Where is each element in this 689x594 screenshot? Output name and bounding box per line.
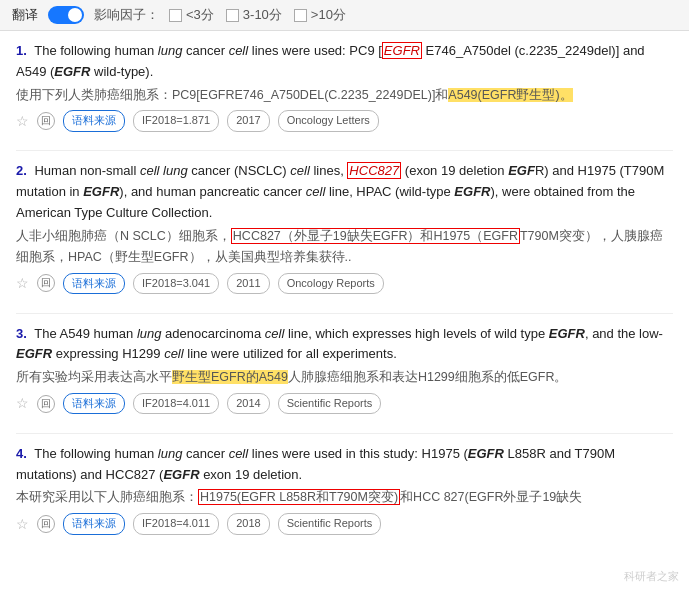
r4-source-badge[interactable]: 语料来源 (63, 513, 125, 535)
r4-round-icon[interactable]: 回 (37, 515, 55, 533)
result-4-zh: 本研究采用以下人肺癌细胞系：H1975(EGFR L858R和T790M突变)和… (16, 487, 673, 508)
r4-zh1: 本研究采用以下人肺癌细胞系： (16, 490, 198, 504)
watermark: 科研者之家 (624, 569, 679, 584)
r3-t4: , and the low- (585, 326, 663, 341)
r3-t5: expressing H1299 (52, 346, 164, 361)
r3-year-badge: 2014 (227, 393, 269, 415)
r4-t5: exon 19 deletion. (200, 467, 303, 482)
r3-if-badge: IF2018=4.011 (133, 393, 219, 415)
r4-egfr1: EGFR (468, 446, 504, 461)
translate-toggle[interactable] (48, 6, 84, 24)
filter-lt3[interactable]: <3分 (169, 6, 214, 24)
result-1-zh: 使用下列人类肺癌细胞系：PC9[EGFRE746_A750DEL(C.2235_… (16, 85, 673, 106)
r1-t5: wild-type). (90, 64, 153, 79)
r3-cell: cell (265, 326, 285, 341)
filter-gt10[interactable]: >10分 (294, 6, 346, 24)
r3-round-icon[interactable]: 回 (37, 395, 55, 413)
result-3-en: 3. The A549 human lung adenocarcinoma ce… (16, 324, 673, 366)
r3-t2: adenocarcinoma (161, 326, 264, 341)
r2-lung: lung (163, 163, 188, 178)
r2-zh2: HCC827（外显子19缺失EGFR）和H1975（EGFR (231, 228, 520, 244)
r3-zh2: 野生型EGFR的A549 (172, 370, 288, 384)
r1-year-badge: 2017 (227, 110, 269, 132)
r1-zh2: A549(EGFR野生型)。 (448, 88, 572, 102)
r4-cell: cell (229, 446, 249, 461)
r3-t1: The A549 human (34, 326, 137, 341)
result-2-number: 2. (16, 163, 27, 178)
r4-year-badge: 2018 (227, 513, 269, 535)
filter-lt3-label: <3分 (186, 6, 214, 24)
r1-cell: cell (229, 43, 249, 58)
filter-gt10-checkbox[interactable] (294, 9, 307, 22)
r3-zh1: 所有实验均采用表达高水平 (16, 370, 172, 384)
divider-1 (16, 150, 673, 151)
r1-lung: lung (158, 43, 183, 58)
r2-t4: lines, (310, 163, 348, 178)
r3-journal-badge: Scientific Reports (278, 393, 382, 415)
result-4-number: 4. (16, 446, 27, 461)
result-item-3: 3. The A549 human lung adenocarcinoma ce… (16, 324, 673, 415)
r3-cell2: cell (164, 346, 184, 361)
result-2-meta: ☆ 回 语料来源 IF2018=3.041 2011 Oncology Repo… (16, 272, 673, 294)
r2-cell2: cell (290, 163, 310, 178)
r1-t3: lines were used: PC9 [ (248, 43, 382, 58)
r4-t2: cancer (182, 446, 228, 461)
r3-zh3: 人肺腺癌细胞系和表达H1299细胞系的低EGFR。 (288, 370, 568, 384)
filter-gt10-label: >10分 (311, 6, 346, 24)
filter-3to10-label: 3-10分 (243, 6, 282, 24)
r3-t6: line were utilized for all experiments. (184, 346, 397, 361)
r2-hcc827: HCC827 (347, 162, 401, 179)
r2-cell1: cell (140, 163, 160, 178)
result-4-en: 4. The following human lung cancer cell … (16, 444, 673, 486)
filter-group: <3分 3-10分 >10分 (169, 6, 346, 24)
result-4-meta: ☆ 回 语料来源 IF2018=4.011 2018 Scientific Re… (16, 513, 673, 535)
r1-star-icon[interactable]: ☆ (16, 110, 29, 132)
r2-star-icon[interactable]: ☆ (16, 272, 29, 294)
result-3-zh: 所有实验均采用表达高水平野生型EGFR的A549人肺腺癌细胞系和表达H1299细… (16, 367, 673, 388)
r2-t7: line, HPAC (wild-type (325, 184, 454, 199)
r1-zh1: 使用下列人类肺癌细胞系：PC9[EGFRE746_A750DEL(C.2235_… (16, 88, 448, 102)
r2-t3: cancer (NSCLC) (188, 163, 291, 178)
result-3-meta: ☆ 回 语料来源 IF2018=4.011 2014 Scientific Re… (16, 392, 673, 414)
r4-lung: lung (158, 446, 183, 461)
r2-egfr2: EGFR (83, 184, 119, 199)
r3-lung: lung (137, 326, 162, 341)
r2-year-badge: 2011 (227, 273, 269, 295)
results-content: 1. The following human lung cancer cell … (0, 31, 689, 563)
toggle-label: 翻译 (12, 6, 38, 24)
r4-journal-badge: Scientific Reports (278, 513, 382, 535)
r2-cell3: cell (306, 184, 326, 199)
filter-lt3-checkbox[interactable] (169, 9, 182, 22)
result-item-1: 1. The following human lung cancer cell … (16, 41, 673, 132)
r2-t1: Human non-small (34, 163, 140, 178)
r4-t3: lines were used in this study: H1975 ( (248, 446, 468, 461)
divider-3 (16, 433, 673, 434)
r2-egfr3: EGFR (454, 184, 490, 199)
r1-if-badge: IF2018=1.871 (133, 110, 219, 132)
r4-star-icon[interactable]: ☆ (16, 513, 29, 535)
r4-zh3: 和HCC 827(EGFR外显子19缺失 (400, 490, 582, 504)
r2-journal-badge: Oncology Reports (278, 273, 384, 295)
r2-if-badge: IF2018=3.041 (133, 273, 219, 295)
filter-3to10-checkbox[interactable] (226, 9, 239, 22)
r3-t3: line, which expresses high levels of wil… (284, 326, 548, 341)
r1-journal-badge: Oncology Letters (278, 110, 379, 132)
r1-round-icon[interactable]: 回 (37, 112, 55, 130)
top-bar: 翻译 影响因子： <3分 3-10分 >10分 (0, 0, 689, 31)
r3-star-icon[interactable]: ☆ (16, 392, 29, 414)
filter-label: 影响因子： (94, 6, 159, 24)
r2-source-badge[interactable]: 语料来源 (63, 273, 125, 295)
r1-t2: cancer (182, 43, 228, 58)
r1-egfr2: EGFR (54, 64, 90, 79)
filter-3to10[interactable]: 3-10分 (226, 6, 282, 24)
r3-source-badge[interactable]: 语料来源 (63, 393, 125, 415)
result-item-4: 4. The following human lung cancer cell … (16, 444, 673, 535)
r1-source-badge[interactable]: 语料来源 (63, 110, 125, 132)
divider-2 (16, 313, 673, 314)
toggle-knob (68, 8, 82, 22)
r1-egfr1: EGFR (382, 42, 422, 59)
r4-if-badge: IF2018=4.011 (133, 513, 219, 535)
r2-round-icon[interactable]: 回 (37, 274, 55, 292)
result-2-zh: 人非小细胞肺癌（N SCLC）细胞系，HCC827（外显子19缺失EGFR）和H… (16, 226, 673, 269)
result-1-meta: ☆ 回 语料来源 IF2018=1.871 2017 Oncology Lett… (16, 110, 673, 132)
